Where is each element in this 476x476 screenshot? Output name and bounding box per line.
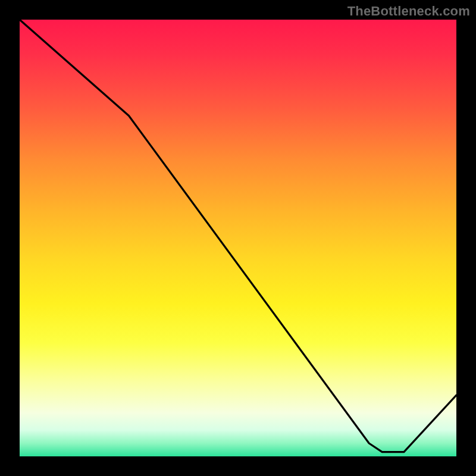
line-plot bbox=[20, 20, 456, 456]
chart-frame: TheBottleneck.com bbox=[0, 0, 476, 476]
plot-area bbox=[20, 20, 456, 456]
watermark-text: TheBottleneck.com bbox=[347, 4, 470, 19]
curve-path bbox=[20, 20, 456, 452]
